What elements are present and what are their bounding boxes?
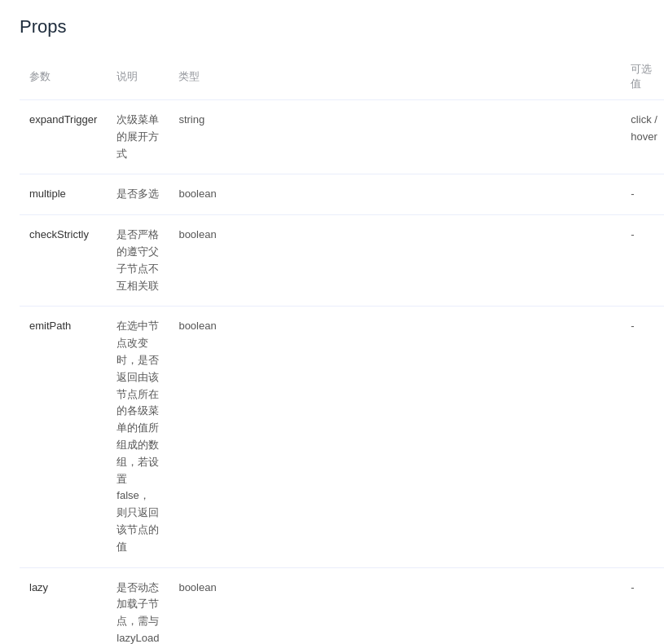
param-name: multiple — [20, 174, 107, 215]
param-name: lazy — [20, 567, 107, 644]
column-header-desc: 说明 — [107, 54, 169, 100]
param-options: - — [621, 567, 664, 644]
table-row: emitPath在选中节点改变时，是否返回由该节点所在的各级菜单的值所组成的数组… — [20, 307, 664, 567]
param-type: string — [169, 100, 621, 174]
param-desc: 次级菜单的展开方式 — [107, 100, 169, 174]
props-table: 参数说明类型可选值默认值 expandTrigger次级菜单的展开方式strin… — [20, 54, 664, 644]
param-desc: 是否动态加载子节点，需与 lazyLoad 方法结合使用 — [107, 567, 169, 644]
param-desc: 是否严格的遵守父子节点不互相关联 — [107, 215, 169, 307]
param-options: - — [621, 174, 664, 215]
column-header-param: 参数 — [20, 54, 107, 100]
table-row: checkStrictly是否严格的遵守父子节点不互相关联boolean-fal… — [20, 215, 664, 307]
page-title: Props — [20, 16, 644, 37]
column-header-options: 可选值 — [621, 54, 664, 100]
table-row: expandTrigger次级菜单的展开方式stringclick / hove… — [20, 100, 664, 174]
param-type: boolean — [169, 174, 621, 215]
column-header-type: 类型 — [169, 54, 621, 100]
table-row: lazy是否动态加载子节点，需与 lazyLoad 方法结合使用boolean-… — [20, 567, 664, 644]
param-options: - — [621, 215, 664, 307]
param-type: boolean — [169, 215, 621, 307]
param-type: boolean — [169, 567, 621, 644]
param-options: click / hover — [621, 100, 664, 174]
param-desc: 是否多选 — [107, 174, 169, 215]
param-name: expandTrigger — [20, 100, 107, 174]
table-header-row: 参数说明类型可选值默认值 — [20, 54, 664, 100]
param-name: checkStrictly — [20, 215, 107, 307]
param-type: boolean — [169, 307, 621, 567]
param-name: emitPath — [20, 307, 107, 567]
param-desc: 在选中节点改变时，是否返回由该节点所在的各级菜单的值所组成的数组，若设置 fal… — [107, 307, 169, 567]
table-row: multiple是否多选boolean-false — [20, 174, 664, 215]
param-options: - — [621, 307, 664, 567]
